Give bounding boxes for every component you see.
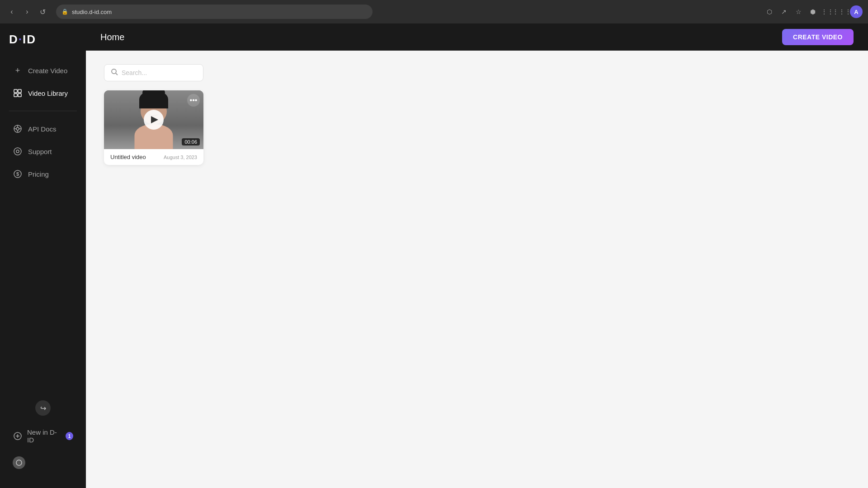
sidebar-item-new-in-did[interactable]: New in D-ID 1 bbox=[4, 423, 82, 449]
video-info: Untitled video August 3, 2023 bbox=[104, 149, 203, 165]
back-button[interactable]: ‹ bbox=[5, 5, 18, 18]
browser-chrome: ‹ › ↺ 🔒 studio.d-id.com ⬡ ↗ ☆ ⬢ ⋮⋮ ⋮⋮⋮ A bbox=[0, 0, 868, 23]
sidebar-item-video-library[interactable]: Video Library bbox=[4, 83, 82, 103]
plus-icon: + bbox=[13, 66, 23, 75]
api-docs-icon bbox=[13, 124, 23, 134]
search-container bbox=[104, 64, 850, 81]
lock-icon: 🔒 bbox=[61, 9, 68, 15]
svg-rect-3 bbox=[18, 94, 21, 97]
sidebar-item-bottom-partial[interactable] bbox=[4, 451, 82, 474]
sidebar-nav: + Create Video Video Library bbox=[0, 60, 86, 395]
play-triangle-icon bbox=[151, 116, 158, 123]
sidebar-label-support: Support bbox=[28, 148, 52, 155]
address-bar[interactable]: 🔒 studio.d-id.com bbox=[56, 5, 373, 19]
new-in-did-badge: 1 bbox=[66, 432, 73, 440]
sidebar-divider bbox=[9, 111, 77, 111]
support-icon bbox=[13, 146, 23, 156]
content-area: ••• 00:06 Untitled video August 3, 2023 bbox=[86, 51, 868, 488]
sidebar-item-create-video[interactable]: + Create Video bbox=[4, 60, 82, 81]
browser-nav-buttons: ‹ › ↺ bbox=[5, 5, 49, 18]
svg-point-10 bbox=[14, 148, 21, 155]
search-input[interactable] bbox=[122, 69, 194, 76]
svg-point-17 bbox=[16, 460, 22, 465]
sidebar-item-support[interactable]: Support bbox=[4, 141, 82, 162]
svg-rect-1 bbox=[18, 89, 21, 93]
browser-actions: ⬡ ↗ ☆ ⬢ ⋮⋮ ⋮⋮⋮ A bbox=[763, 5, 863, 18]
video-grid: ••• 00:06 Untitled video August 3, 2023 bbox=[104, 90, 850, 165]
extensions-button[interactable]: ⬢ bbox=[807, 5, 819, 18]
svg-rect-0 bbox=[14, 89, 17, 93]
sidebar-item-api-docs[interactable]: API Docs bbox=[4, 118, 82, 139]
logo-text: D·ID bbox=[9, 33, 36, 47]
svg-line-19 bbox=[116, 73, 118, 75]
video-thumbnail: ••• 00:06 bbox=[104, 90, 203, 149]
svg-rect-2 bbox=[14, 94, 17, 97]
share-button[interactable]: ↗ bbox=[778, 5, 790, 18]
video-date: August 3, 2023 bbox=[164, 155, 197, 160]
sidebar-bottom: ↪ New in D-ID 1 bbox=[0, 395, 86, 479]
sidebar-label-create-video: Create Video bbox=[28, 67, 67, 75]
video-play-button[interactable] bbox=[144, 110, 164, 130]
sidebar-item-pricing[interactable]: $ Pricing bbox=[4, 164, 82, 184]
forward-button[interactable]: › bbox=[21, 5, 33, 18]
profile-button[interactable]: A bbox=[850, 5, 863, 18]
browser-menu-button[interactable]: ⋮⋮⋮ bbox=[835, 5, 848, 18]
svg-point-11 bbox=[16, 150, 19, 153]
logo: D·ID bbox=[0, 33, 86, 60]
video-card[interactable]: ••• 00:06 Untitled video August 3, 2023 bbox=[104, 90, 203, 165]
svg-point-18 bbox=[112, 69, 116, 74]
video-title: Untitled video bbox=[110, 154, 146, 160]
video-library-icon bbox=[13, 88, 23, 98]
sidebar-label-video-library: Video Library bbox=[28, 89, 68, 97]
svg-text:$: $ bbox=[16, 171, 19, 177]
main-content: Home CREATE VIDEO bbox=[86, 23, 868, 488]
create-video-button[interactable]: CREATE VIDEO bbox=[782, 29, 854, 45]
share-export-button[interactable]: ↪ bbox=[35, 400, 51, 416]
sidebar-label-api-docs: API Docs bbox=[28, 125, 57, 133]
screenshot-button[interactable]: ⬡ bbox=[763, 5, 776, 18]
page-title: Home bbox=[100, 32, 124, 42]
app-header: Home CREATE VIDEO bbox=[86, 23, 868, 51]
video-duration-badge: 00:06 bbox=[182, 138, 200, 145]
bookmark-button[interactable]: ☆ bbox=[792, 5, 805, 18]
refresh-button[interactable]: ↺ bbox=[36, 5, 49, 18]
more-tools-button[interactable]: ⋮⋮ bbox=[821, 5, 834, 18]
search-box bbox=[104, 64, 203, 81]
video-more-button[interactable]: ••• bbox=[187, 94, 200, 107]
sidebar: D·ID + Create Video Video Libr bbox=[0, 23, 86, 488]
new-in-did-icon bbox=[13, 431, 23, 441]
url-text: studio.d-id.com bbox=[72, 9, 112, 15]
search-icon bbox=[111, 68, 118, 77]
svg-point-5 bbox=[16, 127, 19, 130]
app-container: D·ID + Create Video Video Libr bbox=[0, 23, 868, 488]
pricing-icon: $ bbox=[13, 169, 23, 179]
partial-icon bbox=[13, 456, 25, 469]
sidebar-label-pricing: Pricing bbox=[28, 170, 49, 178]
sidebar-label-new-in-did: New in D-ID bbox=[27, 428, 61, 444]
